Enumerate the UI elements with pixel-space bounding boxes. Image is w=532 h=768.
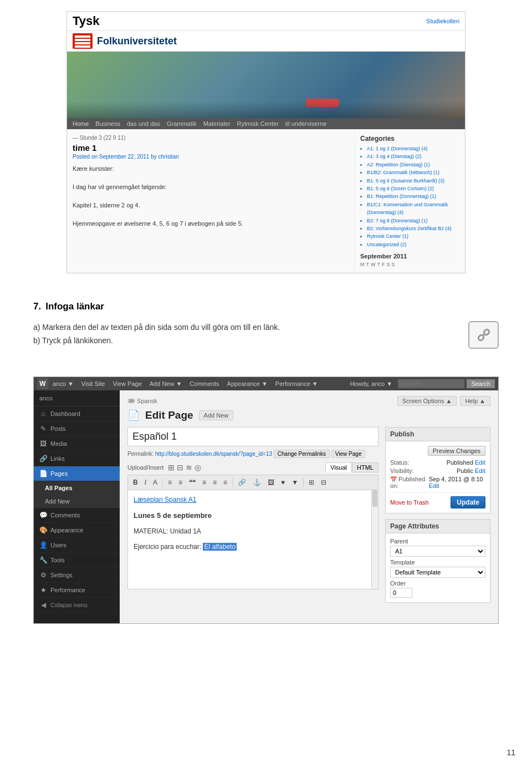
tab-html[interactable]: HTML xyxy=(352,462,378,472)
change-permalinks-button[interactable]: Change Permalinks xyxy=(274,450,330,458)
move-to-trash-link[interactable]: Move to Trash xyxy=(390,499,429,506)
visibility-edit-link[interactable]: Edit xyxy=(475,467,485,474)
toolbar-sep-2 xyxy=(232,478,233,487)
adminbar-visitsite[interactable]: Visit Site xyxy=(78,377,109,390)
category-list: A1: 1 og 2 (Donnerstag) (4) A1: 3 og 4 (… xyxy=(360,145,459,248)
toolbar-link[interactable]: 🔗 xyxy=(235,477,249,488)
editor-area[interactable]: Læseplan Spansk A1 Lunes 5 de septiembre… xyxy=(127,490,378,589)
category-item: A2: Repetition (Dienstag) (1) xyxy=(367,161,459,169)
published-value: Sep 4, 2011 @ 8:10 Edit xyxy=(429,476,485,489)
sidebar-sub-addnew[interactable]: Add New xyxy=(34,495,120,508)
laesplan-link[interactable]: Læseplan Spansk A1 xyxy=(134,496,196,503)
adminbar-anco[interactable]: anco ▼ xyxy=(49,377,77,390)
toolbar-unlink[interactable]: ⚓ xyxy=(250,477,264,488)
adminbar-comments[interactable]: Comments xyxy=(186,377,222,390)
visual-html-tabs: Visual HTML xyxy=(325,462,378,472)
toolbar-ol[interactable]: ≡ xyxy=(176,477,185,488)
sidebar-label-comments: Comments xyxy=(50,512,80,518)
update-button[interactable]: Update xyxy=(451,496,485,508)
adminbar-appearance[interactable]: Appearance ▼ xyxy=(224,377,271,390)
adminbar-viewpage[interactable]: View Page xyxy=(109,377,145,390)
adminbar-performance[interactable]: Performance ▼ xyxy=(272,377,321,390)
permalink-row: Permalink: http://blog.studieskolen.dk/s… xyxy=(127,450,378,458)
upload-icon-3[interactable]: ≋ xyxy=(186,463,192,472)
add-new-button[interactable]: Add New xyxy=(199,410,234,420)
sidebar-item-users[interactable]: 👤 Users xyxy=(34,538,120,553)
dashboard-icon: ⌂ xyxy=(39,410,47,418)
instruction-row: a) Markera den del av texten på din sida… xyxy=(33,321,499,349)
toolbar-remove[interactable]: ⊟ xyxy=(318,477,329,488)
toolbar-bold[interactable]: B xyxy=(130,477,141,488)
sidebar-sub-allpages[interactable]: All Pages xyxy=(34,481,120,495)
website-content: — Stunde 3 (22 9 11) time 1 Posted on Se… xyxy=(67,129,465,273)
status-edit-link[interactable]: Edit xyxy=(475,459,485,466)
upload-icon-2[interactable]: ⊟ xyxy=(177,463,183,472)
post-main: — Stunde 3 (22 9 11) time 1 Posted on Se… xyxy=(67,129,354,273)
published-edit-link[interactable]: Edit xyxy=(429,482,439,489)
ejercicio-highlight: El alfabeto xyxy=(203,543,237,551)
toolbar-sep-1 xyxy=(162,478,163,487)
sidebar-item-dashboard[interactable]: ⌂ Dashboard xyxy=(34,406,120,421)
allpages-label: All Pages xyxy=(45,485,73,491)
parent-select[interactable]: A1 xyxy=(390,546,485,557)
page-title-input[interactable] xyxy=(127,427,378,446)
sidebar-item-posts[interactable]: ✎ Posts xyxy=(34,421,120,436)
publish-box-title: Publish xyxy=(386,428,490,441)
sidebar-item-settings[interactable]: ⚙ Settings xyxy=(34,568,120,583)
toolbar-ul[interactable]: ≡ xyxy=(165,477,175,488)
sidebar-item-performance[interactable]: ★ Performance xyxy=(34,583,120,598)
toolbar-aligncenter[interactable]: ≡ xyxy=(210,477,219,488)
admin-search-button[interactable]: Search xyxy=(467,379,495,388)
upload-icon-4[interactable]: ◎ xyxy=(195,463,201,472)
toolbar-alignleft[interactable]: ≡ xyxy=(200,477,209,488)
category-item: B1/B2: Grammatik (Mittwoch) (1) xyxy=(367,169,459,176)
sidebar-label-performance: Performance xyxy=(50,587,85,593)
toolbar-blockquote[interactable]: ❝❝ xyxy=(186,477,198,488)
template-select[interactable]: Default Template xyxy=(390,567,485,578)
post-body: Kære kursister: I dag har vil gennemgået… xyxy=(73,164,349,228)
sidebar-item-pages[interactable]: 📄 Pages xyxy=(34,466,120,481)
preview-changes-button[interactable]: Preview Changes xyxy=(428,446,485,456)
sidebar-item-media[interactable]: 🖼 Media xyxy=(34,436,120,451)
sidebar-collapse-menu[interactable]: ◀ Collapse menu xyxy=(34,598,120,613)
toolbar-dropdown[interactable]: ▼ xyxy=(289,477,301,488)
parent-label: Parent xyxy=(390,538,485,545)
admin-search-input[interactable] xyxy=(398,379,464,388)
appearance-icon: 🎨 xyxy=(39,526,47,534)
status-value: Published Edit xyxy=(447,459,485,466)
help-button[interactable]: Help ▲ xyxy=(460,396,490,406)
toolbar-spellcheck[interactable]: ♥ xyxy=(278,477,288,488)
wp-admin-bar: W anco ▼ Visit Site View Page Add New ▼ … xyxy=(34,377,498,390)
svg-rect-1 xyxy=(75,35,90,38)
toolbar-align[interactable]: A xyxy=(150,477,160,488)
nav-business: Business xyxy=(95,120,120,127)
page-attributes-box: Page Attributes Parent A1 Template Defau… xyxy=(385,519,490,603)
sidebar-item-links[interactable]: 🔗 Links xyxy=(34,451,120,466)
upload-icon-1[interactable]: ⊞ xyxy=(168,463,175,472)
adminbar-addnew[interactable]: Add New ▼ xyxy=(146,377,186,390)
toolbar-image[interactable]: 🖼 xyxy=(265,477,277,488)
preview-btn-row: Preview Changes xyxy=(390,446,485,456)
toolbar-add[interactable]: ⊞ xyxy=(306,477,317,488)
publish-box-content: Preview Changes Status: Published Edit xyxy=(386,441,490,513)
order-input[interactable] xyxy=(390,588,412,598)
toolbar-italic[interactable]: I xyxy=(142,477,149,488)
sidebar-item-appearance[interactable]: 🎨 Appearance xyxy=(34,523,120,538)
view-page-button[interactable]: View Page xyxy=(331,450,366,458)
calendar-month: September 2011 xyxy=(360,253,459,260)
sidebar-item-tools[interactable]: 🔧 Tools xyxy=(34,553,120,568)
page-header: 📄 Edit Page Add New xyxy=(127,409,490,421)
editor-column: Permalink: http://blog.studieskolen.dk/s… xyxy=(127,427,378,608)
addnew-label: Add New xyxy=(45,498,70,505)
tab-visual[interactable]: Visual xyxy=(325,462,352,472)
editor-ejercicio-line: Ejercicio para ecuchar: El alfabeto xyxy=(134,543,372,551)
upload-insert-label: Upload/Insert xyxy=(127,464,163,471)
toolbar-alignright[interactable]: ≡ xyxy=(221,477,230,488)
screen-options-button[interactable]: Screen Options ▲ xyxy=(397,396,457,406)
editor-scrollbar[interactable] xyxy=(371,490,378,589)
tools-icon: 🔧 xyxy=(39,556,47,564)
sidebar-label-appearance: Appearance xyxy=(50,527,83,533)
permalink-url[interactable]: http://blog.studieskolen.dk/spansk/?page… xyxy=(155,451,272,457)
scrollbar-thumb xyxy=(372,490,377,507)
sidebar-item-comments[interactable]: 💬 Comments xyxy=(34,508,120,523)
